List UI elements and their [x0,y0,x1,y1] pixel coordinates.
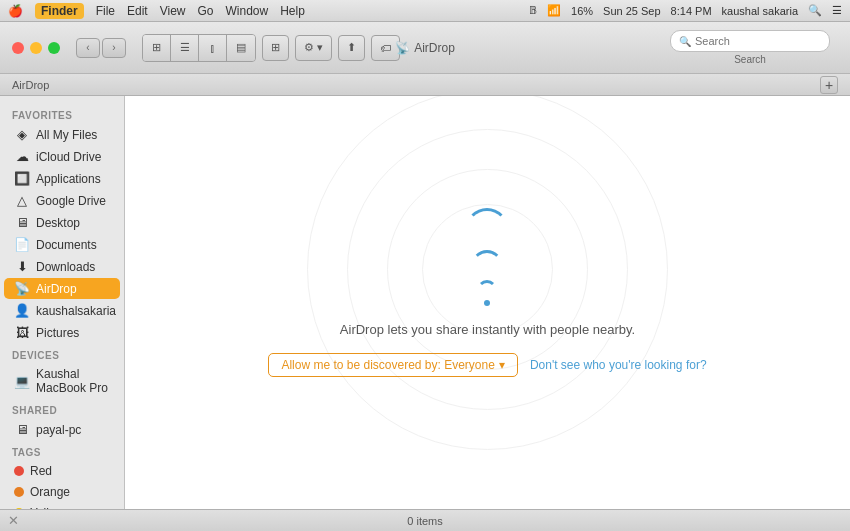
sidebar-item-label: Desktop [36,216,80,230]
sidebar-item-label: Kaushal MacBook Pro [36,367,110,395]
sidebar-item-label: All My Files [36,128,97,142]
share-icon: ⬆ [347,41,356,54]
wifi-icon: 📶 [547,4,561,17]
window-title: 📡 AirDrop [395,41,455,55]
window-menu[interactable]: Window [226,4,269,18]
column-view-button[interactable]: ⫿ [199,35,227,61]
menubar: 🍎 Finder File Edit View Go Window Help 𝔹… [0,0,850,22]
view-button-group: ⊞ ☰ ⫿ ▤ [142,34,256,62]
downloads-icon: ⬇ [14,259,30,274]
sidebar-item-downloads[interactable]: ⬇ Downloads [4,256,120,277]
maximize-button[interactable] [48,42,60,54]
svg-point-3 [423,204,553,334]
apple-menu[interactable]: 🍎 [8,4,23,18]
search-menubar-icon[interactable]: 🔍 [808,4,822,17]
laptop-icon: 💻 [14,374,30,389]
sidebar-item-pictures[interactable]: 🖼 Pictures [4,322,120,343]
toolbar-buttons: ⊞ ☰ ⫿ ▤ ⊞ ⚙ ▾ ⬆ 🏷 [142,34,400,62]
sidebar-item-label: Applications [36,172,101,186]
sidebar-item-applications[interactable]: 🔲 Applications [4,168,120,189]
list-view-button[interactable]: ☰ [171,35,199,61]
tag-dot-orange [14,487,24,497]
tags-icon: 🏷 [380,42,391,54]
search-box[interactable]: 🔍 [670,30,830,52]
documents-icon: 📄 [14,237,30,252]
googledrive-icon: △ [14,193,30,208]
applications-icon: 🔲 [14,171,30,186]
shared-section-label: Shared [0,399,124,418]
airdrop-icon: 📡 [14,281,30,296]
action-button[interactable]: ⚙ ▾ [295,35,332,61]
all-files-icon: ◈ [14,127,30,142]
sidebar-item-label: iCloud Drive [36,150,101,164]
share-button[interactable]: ⬆ [338,35,365,61]
search-input[interactable] [695,35,821,47]
sidebar-item-airdrop[interactable]: 📡 AirDrop [4,278,120,299]
sidebar-item-payal-pc[interactable]: 🖥 payal-pc [4,419,120,440]
menubar-right: 𝔹 📶 16% Sun 25 Sep 8:14 PM kaushal sakar… [529,4,842,17]
breadcrumb: AirDrop [12,79,49,91]
svg-point-1 [348,129,628,409]
main-content: Favorites ◈ All My Files ☁ iCloud Drive … [0,96,850,509]
sidebar-item-tag-red[interactable]: Red [4,461,120,481]
sidebar-item-macbook[interactable]: 💻 Kaushal MacBook Pro [4,364,120,398]
statusbar-close-button[interactable]: ✕ [8,513,19,528]
time-display: 8:14 PM [671,5,712,17]
sidebar-item-kaushalsakaria[interactable]: 👤 kaushalsakaria [4,300,120,321]
svg-point-0 [308,96,668,449]
nav-buttons: ‹ › [76,38,126,58]
help-menu[interactable]: Help [280,4,305,18]
edit-menu[interactable]: Edit [127,4,148,18]
sidebar-item-google-drive[interactable]: △ Google Drive [4,190,120,211]
sidebar-item-label: Downloads [36,260,95,274]
shared-pc-icon: 🖥 [14,422,30,437]
forward-button[interactable]: › [102,38,126,58]
search-container: 🔍 Search [670,30,830,65]
icon-view-button[interactable]: ⊞ [143,35,171,61]
finder-menu[interactable]: Finder [35,3,84,19]
sidebar-item-label: Google Drive [36,194,106,208]
sidebar-item-all-my-files[interactable]: ◈ All My Files [4,124,120,145]
airdrop-content: AirDrop lets you share instantly with pe… [125,96,850,509]
go-menu[interactable]: Go [198,4,214,18]
list-icon[interactable]: ☰ [832,4,842,17]
svg-point-2 [388,169,588,369]
toolbar: ‹ › 📡 AirDrop ⊞ ☰ ⫿ ▤ ⊞ ⚙ ▾ ⬆ [0,22,850,74]
sidebar-item-documents[interactable]: 📄 Documents [4,234,120,255]
sidebar: Favorites ◈ All My Files ☁ iCloud Drive … [0,96,125,509]
icloud-icon: ☁ [14,149,30,164]
sidebar-item-icloud-drive[interactable]: ☁ iCloud Drive [4,146,120,167]
add-tab-button[interactable]: + [820,76,838,94]
statusbar: ✕ 0 items [0,509,850,531]
devices-section-label: Devices [0,344,124,363]
back-button[interactable]: ‹ [76,38,100,58]
sidebar-item-desktop[interactable]: 🖥 Desktop [4,212,120,233]
sidebar-item-label: Documents [36,238,97,252]
arrange-icon: ⊞ [271,41,280,54]
items-count: 0 items [407,515,442,527]
battery-status: 16% [571,5,593,17]
search-icon: 🔍 [679,36,691,47]
minimize-button[interactable] [30,42,42,54]
airdrop-icon-small: 📡 [395,41,410,55]
desktop-icon: 🖥 [14,215,30,230]
close-button[interactable] [12,42,24,54]
arrange-button[interactable]: ⊞ [262,35,289,61]
breadcrumb-bar: AirDrop + [0,74,850,96]
gear-icon: ⚙ [304,41,314,54]
date-time: Sun 25 Sep [603,5,661,17]
sidebar-item-label: Pictures [36,326,79,340]
sidebar-item-tag-orange[interactable]: Orange [4,482,120,502]
sidebar-item-label: kaushalsakaria [36,304,116,318]
file-menu[interactable]: File [96,4,115,18]
sidebar-item-label: AirDrop [36,282,77,296]
view-menu[interactable]: View [160,4,186,18]
airdrop-background-rings [125,96,850,509]
username-display: kaushal sakaria [722,5,798,17]
tags-section-label: Tags [0,441,124,460]
window-controls [12,42,60,54]
cover-flow-button[interactable]: ▤ [227,35,255,61]
bluetooth-icon: 𝔹 [529,4,537,17]
sidebar-item-label: Orange [30,485,70,499]
favorites-section-label: Favorites [0,104,124,123]
